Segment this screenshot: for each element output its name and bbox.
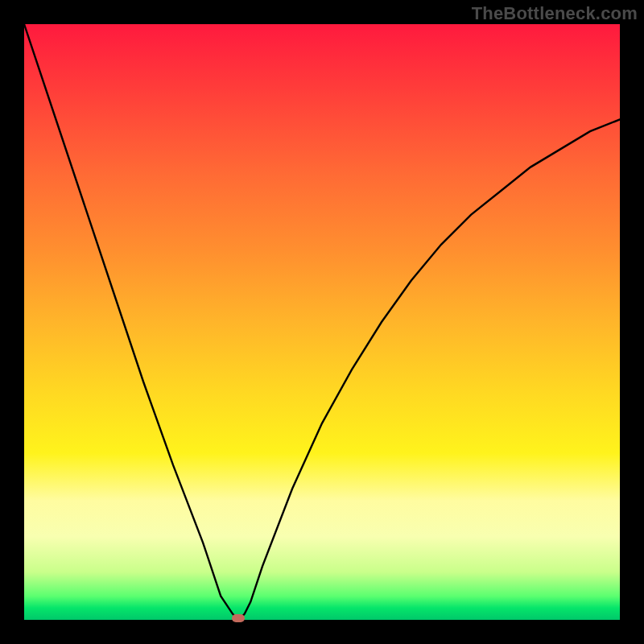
bottleneck-curve-path: [24, 24, 620, 620]
curve-svg: [24, 24, 620, 620]
min-marker: [232, 614, 245, 622]
plot-area: [24, 24, 620, 620]
chart-frame: TheBottleneck.com: [0, 0, 644, 644]
attribution-text: TheBottleneck.com: [472, 3, 638, 24]
